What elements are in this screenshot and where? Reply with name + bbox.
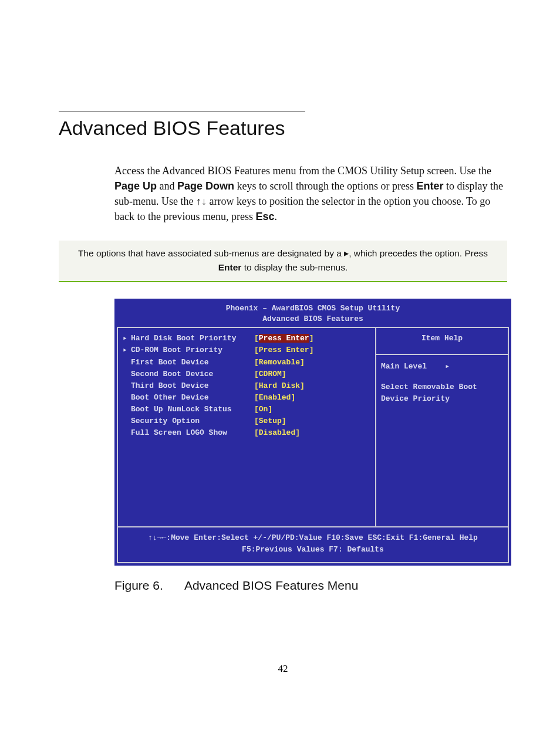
menu-row[interactable]: Full Screen LOGO Show [Disabled]: [123, 427, 369, 439]
key-pagedown: Page Down: [177, 180, 234, 192]
menu-item-value: [Removable]: [254, 357, 305, 368]
submenu-marker-icon: [123, 368, 131, 380]
page-number: 42: [59, 663, 507, 675]
figure-number: Figure 6.: [114, 579, 163, 592]
submenu-marker-icon: ▸: [123, 344, 131, 356]
intro-paragraph: Access the Advanced BIOS Features menu f…: [114, 163, 507, 224]
bios-title-line1: Phoenix – AwardBIOS CMOS Setup Utility: [117, 303, 509, 314]
menu-item-label: First Boot Device: [131, 357, 254, 368]
menu-item-label: Full Screen LOGO Show: [131, 427, 254, 439]
menu-item-value: [Disabled]: [254, 427, 300, 439]
note-text: , which precedes the option. Press: [349, 248, 488, 258]
note-box: The options that have associated sub-men…: [59, 241, 507, 282]
menu-item-value: [Hard Disk]: [254, 380, 305, 392]
menu-item-label: Third Boot Device: [131, 380, 254, 392]
bios-title: Phoenix – AwardBIOS CMOS Setup Utility A…: [117, 301, 509, 327]
triangle-icon: ▸: [445, 362, 450, 371]
menu-item-label: Second Boot Device: [131, 368, 254, 380]
submenu-marker-icon: [123, 427, 131, 439]
menu-item-value: [Enabled]: [254, 392, 295, 404]
figure-caption: Figure 6.Advanced BIOS Features Menu: [114, 579, 507, 593]
menu-item-value: [Press Enter]: [254, 344, 313, 356]
bios-screenshot: Phoenix – AwardBIOS CMOS Setup Utility A…: [114, 299, 511, 566]
figure-title: Advanced BIOS Features Menu: [184, 579, 359, 592]
key-enter: Enter: [417, 180, 444, 192]
key-enter: Enter: [218, 262, 242, 272]
menu-row[interactable]: Boot Up NumLock Status [On]: [123, 404, 369, 415]
footer-line2: F5:Previous Values F7: Defaults: [122, 544, 504, 556]
submenu-marker-icon: [123, 392, 131, 404]
bios-body: ▸ Hard Disk Boot Priority [Press Enter] …: [117, 327, 509, 527]
help-level: Main Level ▸: [381, 361, 503, 373]
menu-row[interactable]: Boot Other Device [Enabled]: [123, 392, 369, 404]
intro-text: Access the Advanced BIOS Features menu f…: [114, 165, 491, 177]
submenu-marker-icon: [123, 415, 131, 427]
submenu-marker-icon: [123, 357, 131, 368]
menu-row[interactable]: ▸ CD-ROM Boot Priority [Press Enter]: [123, 344, 369, 356]
bios-help-panel: Item Help Main Level ▸ Select Removable …: [376, 328, 508, 526]
note-text: to display the sub-menus.: [241, 262, 348, 272]
menu-item-label: Hard Disk Boot Priority: [131, 333, 254, 344]
help-level-label: Main Level: [381, 362, 427, 371]
menu-item-value: [On]: [254, 404, 272, 415]
menu-row[interactable]: Third Boot Device [Hard Disk]: [123, 380, 369, 392]
menu-row[interactable]: First Boot Device [Removable]: [123, 357, 369, 368]
submenu-marker-icon: ▸: [123, 333, 131, 344]
intro-text: and: [157, 180, 177, 192]
menu-item-label: Boot Up NumLock Status: [131, 404, 254, 415]
bios-title-line2: Advanced BIOS Features: [117, 314, 509, 324]
help-text: Device Priority: [381, 393, 503, 405]
help-header: Item Help: [381, 333, 503, 350]
submenu-marker-icon: [123, 404, 131, 415]
menu-item-label: Boot Other Device: [131, 392, 254, 404]
bios-footer: ↑↓→←:Move Enter:Select +/-/PU/PD:Value F…: [117, 527, 509, 563]
footer-line1: ↑↓→←:Move Enter:Select +/-/PU/PD:Value F…: [122, 532, 504, 544]
section-rule: [59, 111, 305, 112]
bios-menu-panel: ▸ Hard Disk Boot Priority [Press Enter] …: [118, 328, 376, 526]
key-esc: Esc: [255, 211, 274, 222]
intro-text: keys to scroll through the options or pr…: [234, 180, 416, 192]
intro-text: .: [274, 211, 277, 222]
menu-row[interactable]: Security Option [Setup]: [123, 415, 369, 427]
menu-item-value: [Setup]: [254, 415, 286, 427]
arrow-keys-icon: ↑↓: [196, 195, 207, 207]
menu-item-value: [CDROM]: [254, 368, 286, 380]
menu-item-label: CD-ROM Boot Priority: [131, 344, 254, 356]
help-text: Select Removable Boot: [381, 381, 503, 393]
section-heading: Advanced BIOS Features: [59, 117, 507, 140]
triangle-icon: ▸: [344, 248, 349, 258]
key-pageup: Page Up: [114, 180, 157, 192]
menu-row[interactable]: ▸ Hard Disk Boot Priority [Press Enter]: [123, 333, 369, 344]
help-separator: [376, 354, 508, 355]
menu-row[interactable]: Second Boot Device [CDROM]: [123, 368, 369, 380]
menu-item-value: [Press Enter]: [254, 333, 313, 344]
menu-item-label: Security Option: [131, 415, 254, 427]
submenu-marker-icon: [123, 380, 131, 392]
note-text: The options that have associated sub-men…: [78, 248, 344, 258]
